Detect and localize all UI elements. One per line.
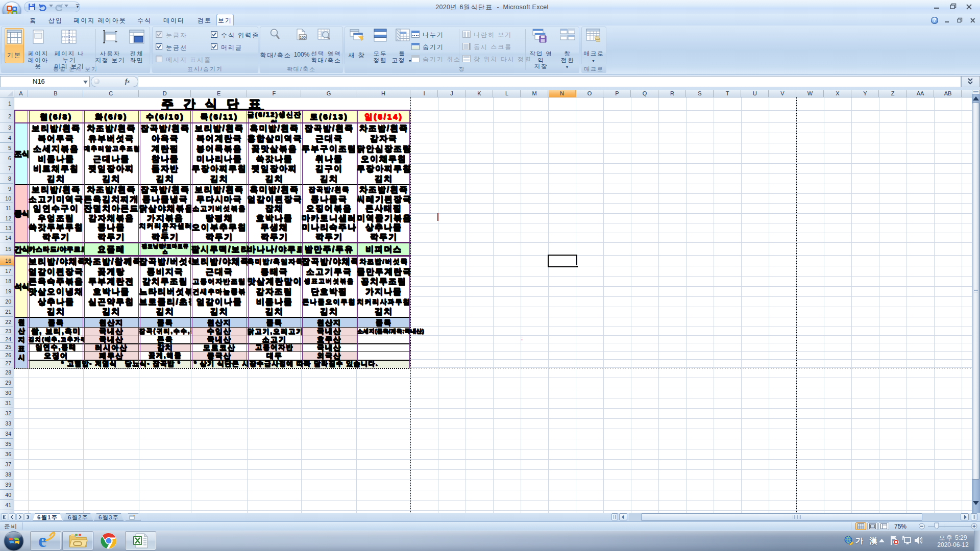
- svg-text:100: 100: [300, 36, 306, 39]
